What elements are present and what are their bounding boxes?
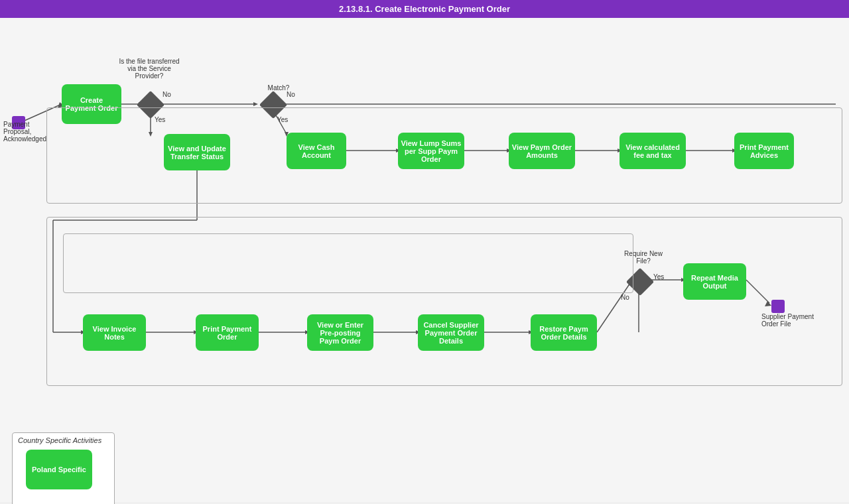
payment-proposal-label: Payment Proposal, Acknowledged [3,121,53,143]
print-payment-order-label: Print Payment Order [198,325,256,341]
country-specific-label: Country Specific Activities [18,436,101,444]
view-lump-sums-label: View Lump Sums per Supp Paym Order [401,139,462,163]
view-invoice-notes-label: View Invoice Notes [86,325,143,341]
repeat-media-output[interactable]: Repeat Media Output [683,263,746,300]
restore-paym[interactable]: Restore Paym Order Details [531,314,597,351]
poland-specific-label: Poland Specific [32,466,86,473]
view-or-enter-label: View or Enter Pre-posting Paym Order [310,321,371,345]
page-title: 2.13.8.1. Create Electronic Payment Orde… [339,4,510,14]
print-payment-advices-label: Print Payment Advices [737,143,791,159]
is-file-transferred-label: Is the file transferred via the Service … [116,58,182,80]
no1-label: No [163,91,171,98]
print-payment-advices[interactable]: Print Payment Advices [734,133,794,169]
view-calculated-fee-label: View calculated fee and tax [622,143,683,159]
no2-label: No [287,91,295,98]
print-payment-order[interactable]: Print Payment Order [196,314,259,351]
view-paym-order-amounts-label: View Paym Order Amounts [511,143,572,159]
svg-marker-7 [253,102,258,106]
inner-container-bottom [63,233,633,293]
supplier-payment-order-file-label: Supplier Payment Order File [761,313,815,328]
end-node [771,300,785,313]
view-cash-account[interactable]: View Cash Account [287,133,346,169]
poland-specific[interactable]: Poland Specific [26,450,92,489]
country-specific-box: Country Specific Activities Poland Speci… [12,432,115,504]
view-calculated-fee[interactable]: View calculated fee and tax [620,133,686,169]
restore-paym-label: Restore Paym Order Details [533,325,594,341]
canvas: Payment Proposal, Acknowledged Is the fi… [0,18,849,502]
cancel-supplier-label: Cancel Supplier Payment Order Details [421,321,482,345]
view-paym-order-amounts[interactable]: View Paym Order Amounts [509,133,575,169]
cancel-supplier[interactable]: Cancel Supplier Payment Order Details [418,314,484,351]
view-or-enter-preposting[interactable]: View or Enter Pre-posting Paym Order [307,314,373,351]
title-bar: 2.13.8.1. Create Electronic Payment Orde… [0,0,849,18]
view-lump-sums[interactable]: View Lump Sums per Supp Paym Order [398,133,464,169]
view-invoice-notes[interactable]: View Invoice Notes [83,314,146,351]
view-cash-account-label: View Cash Account [289,143,344,159]
repeat-media-output-label: Repeat Media Output [686,274,744,290]
